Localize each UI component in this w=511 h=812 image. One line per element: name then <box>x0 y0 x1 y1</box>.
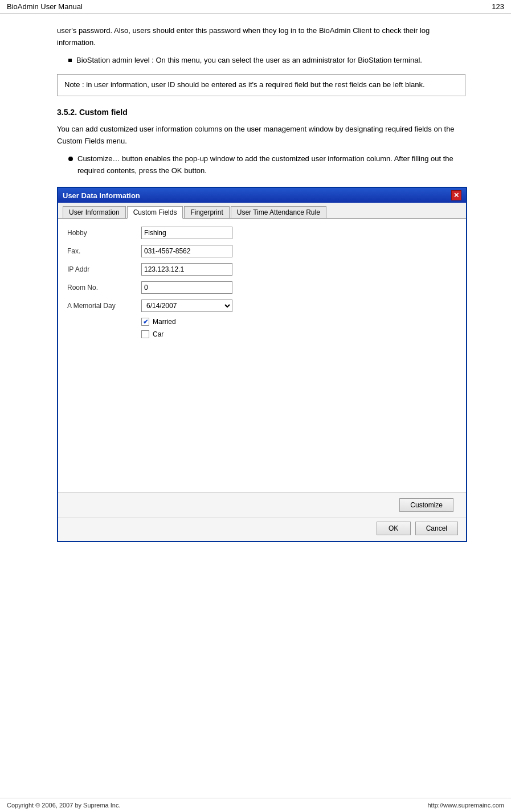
header-page-number: 123 <box>492 2 504 11</box>
form-row-hobby: Hobby <box>67 227 457 239</box>
input-hobby[interactable] <box>141 227 232 239</box>
intro-paragraph: user's password. Also, users should ente… <box>57 25 465 49</box>
footer-url: http://www.supremainc.com <box>428 802 505 809</box>
input-ipaddr[interactable] <box>141 263 232 276</box>
label-memorial-day: A Memorial Day <box>67 302 136 310</box>
label-hobby: Hobby <box>67 229 136 237</box>
section-paragraph: You can add customized user information … <box>57 124 465 147</box>
user-data-information-dialog: User Data Information ✕ User Information… <box>57 187 467 542</box>
main-content: user's password. Also, users should ente… <box>0 14 511 564</box>
customize-button[interactable]: Customize <box>399 498 453 512</box>
dialog-title: User Data Information <box>63 191 140 200</box>
checkbox-car[interactable] <box>141 330 149 338</box>
label-ipaddr: IP Addr <box>67 265 136 273</box>
checkmark-married-icon: ✔ <box>143 318 148 326</box>
checkbox-married[interactable]: ✔ <box>141 318 149 326</box>
section-title: Custom field <box>79 108 128 117</box>
label-married: Married <box>153 318 176 326</box>
circle-bullet-icon <box>68 157 73 161</box>
input-fax[interactable] <box>141 245 232 257</box>
label-car: Car <box>153 330 163 338</box>
dialog-close-button[interactable]: ✕ <box>451 190 461 200</box>
bullet-square-icon <box>68 59 72 62</box>
tab-fingerprint[interactable]: Fingerprint <box>184 206 229 218</box>
page-header: BioAdmin User Manual 123 <box>0 0 511 14</box>
dialog-titlebar: User Data Information ✕ <box>58 188 466 203</box>
bullet-item-biostation: BioStation admin level : On this menu, y… <box>57 55 465 67</box>
input-roomno[interactable] <box>141 281 232 294</box>
tab-custom-fields[interactable]: Custom Fields <box>127 206 183 219</box>
page-footer: Copyright © 2006, 2007 by Suprema Inc. h… <box>0 798 511 812</box>
label-roomno: Room No. <box>67 284 136 292</box>
header-title: BioAdmin User Manual <box>7 2 83 11</box>
dialog-body: Hobby Fax. IP Addr Room No. <box>58 219 466 492</box>
footer-copyright: Copyright © 2006, 2007 by Suprema Inc. <box>7 802 121 809</box>
cancel-button[interactable]: Cancel <box>415 522 458 535</box>
label-fax: Fax. <box>67 247 136 255</box>
ok-button[interactable]: OK <box>377 522 411 535</box>
checkbox-row-married: ✔ Married <box>67 318 457 326</box>
form-row-fax: Fax. <box>67 245 457 257</box>
dialog-wrapper: User Data Information ✕ User Information… <box>57 187 465 542</box>
form-row-memorial-day: A Memorial Day 6/14/2007 <box>67 300 457 312</box>
tab-user-time-attendance-rule[interactable]: User Time Attendance Rule <box>231 206 326 218</box>
form-row-ipaddr: IP Addr <box>67 263 457 276</box>
form-row-roomno: Room No. <box>67 281 457 294</box>
note-box: Note : in user information, user ID shou… <box>57 74 465 96</box>
select-memorial-day[interactable]: 6/14/2007 <box>141 300 232 312</box>
section-number: 3.5.2. <box>57 108 77 117</box>
checkbox-row-car: Car <box>67 330 457 338</box>
dialog-tabs: User Information Custom Fields Fingerpri… <box>58 203 466 219</box>
tab-user-information[interactable]: User Information <box>63 206 126 218</box>
circle-bullet-customize: Customize… button enables the pop-up win… <box>57 153 465 177</box>
section-heading: 3.5.2. Custom field <box>57 108 465 117</box>
dialog-footer: Customize <box>58 492 466 518</box>
